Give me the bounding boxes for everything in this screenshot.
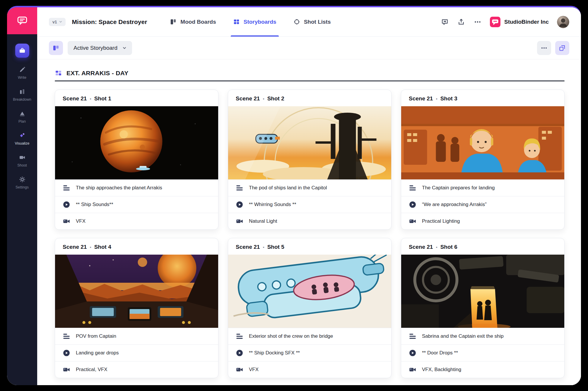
comment-icon xyxy=(441,18,449,26)
camera-text: VFX xyxy=(249,367,259,373)
more-button[interactable] xyxy=(474,18,482,26)
sidebar-item-write[interactable]: Write xyxy=(7,66,37,80)
version-badge[interactable]: v1 xyxy=(49,18,66,26)
camera-row[interactable]: Natural Light xyxy=(228,213,391,229)
speech-bubble-icon xyxy=(16,15,28,27)
toolbar: Active Storyboard xyxy=(37,37,581,59)
separator-dot: • xyxy=(263,245,264,250)
storyboard-frame-image xyxy=(55,255,218,328)
user-avatar[interactable] xyxy=(557,16,569,28)
storyboard-card[interactable]: Scene 21•Shot 5Exterior shot of the crew… xyxy=(228,238,392,378)
play-icon xyxy=(63,201,70,208)
storyboard-card[interactable]: Scene 21•Shot 1The ship approaches the p… xyxy=(55,90,218,230)
storyboard-frame-image xyxy=(55,106,218,179)
shot-lists-icon xyxy=(293,18,300,25)
audio-row[interactable]: Landing gear drops xyxy=(55,344,218,361)
description-row[interactable]: The pod of ships land in the Capitol xyxy=(228,179,391,196)
camera-row[interactable]: VFX xyxy=(55,213,218,229)
sidebar-item-visualize[interactable]: Visualize xyxy=(7,132,37,145)
board-view-button[interactable] xyxy=(49,41,63,55)
camera-row[interactable]: VFX, Backlighting xyxy=(401,361,564,378)
visualize-icon xyxy=(19,132,26,139)
more-icon xyxy=(474,18,481,26)
description-row[interactable]: The Captain prepares for landing xyxy=(401,179,564,196)
sidebar-item-breakdown[interactable]: Breakdown xyxy=(7,88,37,102)
section-divider xyxy=(55,80,565,81)
sidebar-item-settings[interactable]: Settings xyxy=(7,176,37,189)
sidebar-item-shoot[interactable]: Shoot xyxy=(7,154,37,167)
storyboard-card[interactable]: Scene 21•Shot 4POV from CaptainLanding g… xyxy=(55,238,218,378)
audio-row[interactable]: “We are approaching Arrakis” xyxy=(401,196,564,213)
storyboard-view-dropdown[interactable]: Active Storyboard xyxy=(68,41,132,55)
more-button[interactable] xyxy=(537,41,551,55)
storyboard-card[interactable]: Scene 21•Shot 6Sabrina and the Captain e… xyxy=(401,238,565,378)
description-lines-icon xyxy=(63,332,70,340)
comment-button[interactable] xyxy=(441,18,449,26)
account-name: StudioBinder Inc xyxy=(504,19,549,25)
toolbar-right-actions xyxy=(537,41,569,55)
play-icon xyxy=(236,201,243,208)
app-window: WriteBreakdownPlanVisualizeShootSettings… xyxy=(7,6,581,385)
camera-row[interactable]: VFX xyxy=(228,361,391,378)
header-action-buttons xyxy=(441,18,482,26)
scene-label: Scene 21 xyxy=(409,244,433,250)
camera-row[interactable]: Practical Lighting xyxy=(401,213,564,229)
studiobinder-logo[interactable] xyxy=(7,7,37,34)
chevron-down-icon xyxy=(59,21,62,23)
storyboard-card[interactable]: Scene 21•Shot 3The Captain prepares for … xyxy=(401,90,565,230)
view-dropdown-label: Active Storyboard xyxy=(74,45,117,51)
header-actions: StudioBinder Inc xyxy=(441,16,569,28)
description-text: The ship approaches the planet Arrakis xyxy=(76,185,162,191)
description-text: Exterior shot of the crew on the bridge xyxy=(249,333,333,339)
audio-text: ** Ship Docking SFX ** xyxy=(249,350,300,356)
play-icon xyxy=(409,349,416,357)
card-header: Scene 21•Shot 4 xyxy=(55,238,218,255)
board-icon xyxy=(52,44,59,52)
tab-shot-lists[interactable]: Shot Lists xyxy=(293,7,331,36)
audio-row[interactable]: ** Ship Sounds** xyxy=(55,196,218,213)
audio-text: “We are approaching Arrakis” xyxy=(422,202,487,207)
account[interactable]: StudioBinder Inc xyxy=(490,17,549,27)
tab-storyboards[interactable]: Storyboards xyxy=(233,7,276,36)
scene-label: Scene 21 xyxy=(409,95,433,102)
description-row[interactable]: Exterior shot of the crew on the bridge xyxy=(228,328,391,344)
sidebar-item-projects[interactable] xyxy=(7,44,37,58)
audio-row[interactable]: ** Ship Docking SFX ** xyxy=(228,344,391,361)
shoot-icon xyxy=(19,154,26,161)
camera-row[interactable]: Practical, VFX xyxy=(55,361,218,378)
camera-text: Natural Light xyxy=(249,218,277,224)
description-row[interactable]: Sabrina and the Captain exit the ship xyxy=(401,328,564,344)
description-lines-icon xyxy=(409,332,416,340)
project-title: Mission: Space Destroyer xyxy=(72,18,147,25)
mood-boards-icon xyxy=(170,18,177,25)
camera-icon xyxy=(409,366,416,373)
audio-row[interactable]: ** Door Drops ** xyxy=(401,344,564,361)
separator-dot: • xyxy=(263,96,264,101)
description-row[interactable]: The ship approaches the planet Arrakis xyxy=(55,179,218,196)
share-icon xyxy=(457,18,465,26)
camera-icon xyxy=(236,366,243,373)
storyboard-frame-image xyxy=(228,255,391,328)
content-area: EXT. ARRAKIS - DAY Scene 21•Shot 1The sh… xyxy=(37,59,581,385)
sidebar-item-plan[interactable]: Plan xyxy=(7,110,37,124)
play-icon xyxy=(409,201,416,208)
audio-text: Landing gear drops xyxy=(76,350,119,356)
section-title: EXT. ARRAKIS - DAY xyxy=(66,70,129,77)
present-button[interactable] xyxy=(555,41,569,55)
card-header: Scene 21•Shot 5 xyxy=(228,238,391,255)
storyboard-card[interactable]: Scene 21•Shot 2The pod of ships land in … xyxy=(228,90,392,230)
avatar-image xyxy=(557,16,569,28)
sidebar: WriteBreakdownPlanVisualizeShootSettings xyxy=(7,7,37,385)
separator-dot: • xyxy=(90,96,91,101)
description-row[interactable]: POV from Captain xyxy=(55,328,218,344)
share-button[interactable] xyxy=(457,18,465,26)
top-header: v1 Mission: Space Destroyer Mood BoardsS… xyxy=(37,7,581,37)
shot-label: Shot 3 xyxy=(440,95,457,102)
separator-dot: • xyxy=(90,245,91,250)
description-text: The pod of ships land in the Capitol xyxy=(249,185,327,191)
audio-row[interactable]: ** Whirring Sounds ** xyxy=(228,196,391,213)
storyboard-frame-image xyxy=(401,106,564,179)
card-header: Scene 21•Shot 1 xyxy=(55,90,218,106)
card-header: Scene 21•Shot 2 xyxy=(228,90,391,106)
tab-mood-boards[interactable]: Mood Boards xyxy=(170,7,216,36)
